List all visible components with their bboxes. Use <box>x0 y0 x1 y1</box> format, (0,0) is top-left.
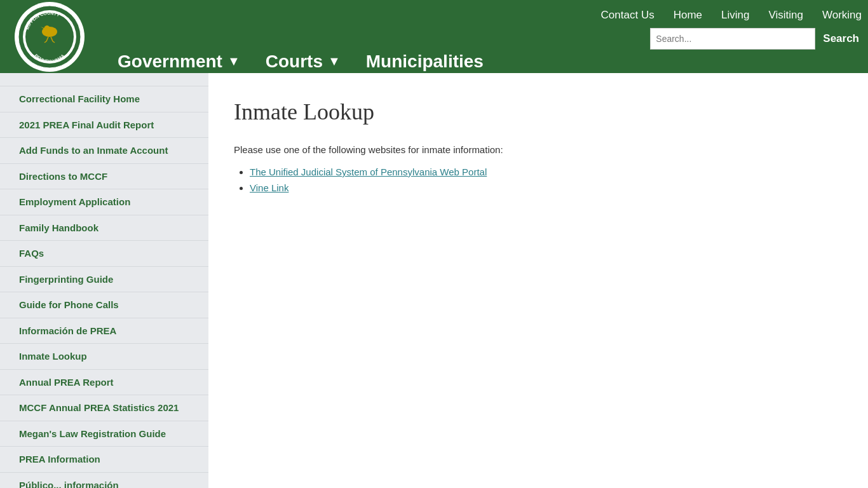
intro-text: Please use one of the following websites… <box>234 144 843 155</box>
sidebar-correctional-home[interactable]: Correctional Facility Home <box>0 86 208 112</box>
living-link[interactable]: Living <box>721 9 749 22</box>
courts-nav-label: Courts <box>266 51 323 72</box>
list-item: The Unified Judicial System of Pennsylva… <box>250 166 843 177</box>
content-wrapper: Correctional Facility Home 2021 PREA Fin… <box>0 73 868 488</box>
sidebar-prea-stats[interactable]: MCCF Annual PREA Statistics 2021 <box>0 395 208 421</box>
visiting-link[interactable]: Visiting <box>768 9 803 22</box>
main-nav: Government ▼ Courts ▼ Municipalities <box>98 50 868 73</box>
search-row: Search <box>650 28 862 50</box>
working-link[interactable]: Working <box>822 9 862 22</box>
sidebar-public-info[interactable]: Público... información <box>0 473 208 489</box>
home-link[interactable]: Home <box>674 9 702 22</box>
sidebar: Correctional Facility Home 2021 PREA Fin… <box>0 73 208 488</box>
sidebar-faqs[interactable]: FAQs <box>0 241 208 267</box>
gov-nav-item[interactable]: Government ▼ <box>105 51 253 72</box>
sidebar-info-prea[interactable]: Información de PREA <box>0 318 208 344</box>
vine-link[interactable]: Vine Link <box>250 182 288 193</box>
courts-dropdown-icon: ▼ <box>328 54 341 69</box>
main-content: Inmate Lookup Please use one of the foll… <box>208 73 868 488</box>
sidebar-prea-audit[interactable]: 2021 PREA Final Audit Report <box>0 112 208 139</box>
list-item: Vine Link <box>250 182 843 193</box>
search-button[interactable]: Search <box>820 32 862 45</box>
ujs-link[interactable]: The Unified Judicial System of Pennsylva… <box>250 166 487 177</box>
sidebar-add-funds[interactable]: Add Funds to an Inmate Account <box>0 138 208 164</box>
gov-dropdown-icon: ▼ <box>227 54 240 69</box>
contact-us-link[interactable]: Contact Us <box>601 9 654 22</box>
gov-nav-label: Government <box>118 51 222 72</box>
logo-svg: MIFFLIN COUNTY PENNSYLVANIA <box>18 5 81 69</box>
sidebar-megans-law[interactable]: Megan's Law Registration Guide <box>0 421 208 447</box>
municipalities-nav-label: Municipalities <box>366 51 484 72</box>
sidebar-phone-guide[interactable]: Guide for Phone Calls <box>0 292 208 318</box>
search-input[interactable] <box>650 28 815 50</box>
sidebar-prea-info[interactable]: PREA Information <box>0 447 208 473</box>
sidebar-annual-prea[interactable]: Annual PREA Report <box>0 370 208 396</box>
logo-area: MIFFLIN COUNTY PENNSYLVANIA <box>0 0 98 73</box>
sidebar-employment[interactable]: Employment Application <box>0 189 208 215</box>
top-links-area: Contact Us Home Living Visiting Working … <box>98 0 868 50</box>
courts-nav-item[interactable]: Courts ▼ <box>253 51 353 72</box>
sidebar-directions[interactable]: Directions to MCCF <box>0 164 208 190</box>
sidebar-fingerprinting[interactable]: Fingerprinting Guide <box>0 267 208 293</box>
sidebar-inmate-lookup[interactable]: Inmate Lookup <box>0 344 208 370</box>
svg-point-5 <box>44 25 50 33</box>
municipalities-nav-item[interactable]: Municipalities <box>353 51 496 72</box>
page-title: Inmate Lookup <box>234 98 843 125</box>
logo-circle: MIFFLIN COUNTY PENNSYLVANIA <box>15 2 85 72</box>
sidebar-family-handbook[interactable]: Family Handbook <box>0 215 208 241</box>
header: MIFFLIN COUNTY PENNSYLVANIA <box>0 0 868 73</box>
inmate-links-list: The Unified Judicial System of Pennsylva… <box>234 166 843 193</box>
top-links: Contact Us Home Living Visiting Working <box>601 9 862 22</box>
